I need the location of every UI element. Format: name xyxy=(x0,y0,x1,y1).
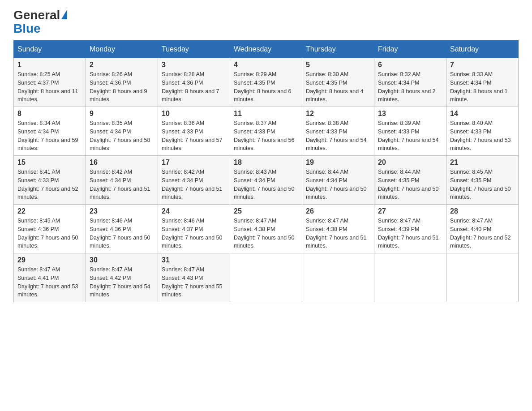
calendar-day-cell: 9 Sunrise: 8:35 AMSunset: 4:34 PMDayligh… xyxy=(86,107,158,156)
day-number: 1 xyxy=(17,61,82,69)
day-number: 21 xyxy=(450,158,515,167)
day-number: 12 xyxy=(306,110,370,118)
weekday-header-tuesday: Tuesday xyxy=(158,41,230,58)
day-info: Sunrise: 8:37 AMSunset: 4:33 PMDaylight:… xyxy=(234,120,295,151)
calendar-day-cell: 4 Sunrise: 8:29 AMSunset: 4:35 PMDayligh… xyxy=(230,58,302,107)
calendar-day-cell: 18 Sunrise: 8:43 AMSunset: 4:34 PMDaylig… xyxy=(230,156,302,205)
day-info: Sunrise: 8:36 AMSunset: 4:33 PMDaylight:… xyxy=(162,120,223,151)
calendar-day-cell: 11 Sunrise: 8:37 AMSunset: 4:33 PMDaylig… xyxy=(230,107,302,156)
day-info: Sunrise: 8:47 AMSunset: 4:43 PMDaylight:… xyxy=(162,266,223,298)
calendar-week-row: 1 Sunrise: 8:25 AMSunset: 4:37 PMDayligh… xyxy=(14,58,519,107)
day-number: 16 xyxy=(90,158,154,167)
calendar-day-cell xyxy=(302,253,374,302)
calendar-table: SundayMondayTuesdayWednesdayThursdayFrid… xyxy=(13,40,519,302)
calendar-day-cell: 5 Sunrise: 8:30 AMSunset: 4:35 PMDayligh… xyxy=(302,58,374,107)
day-number: 8 xyxy=(17,110,82,118)
calendar-day-cell: 7 Sunrise: 8:33 AMSunset: 4:34 PMDayligh… xyxy=(446,58,519,107)
day-info: Sunrise: 8:42 AMSunset: 4:34 PMDaylight:… xyxy=(90,169,150,200)
calendar-day-cell: 25 Sunrise: 8:47 AMSunset: 4:38 PMDaylig… xyxy=(230,205,302,253)
day-number: 6 xyxy=(378,61,442,69)
day-number: 20 xyxy=(378,158,442,167)
day-info: Sunrise: 8:47 AMSunset: 4:42 PMDaylight:… xyxy=(90,266,150,298)
calendar-day-cell: 30 Sunrise: 8:47 AMSunset: 4:42 PMDaylig… xyxy=(86,253,158,302)
weekday-header-wednesday: Wednesday xyxy=(230,41,302,58)
day-number: 15 xyxy=(17,158,82,167)
day-info: Sunrise: 8:39 AMSunset: 4:33 PMDaylight:… xyxy=(378,120,439,151)
calendar-day-cell: 3 Sunrise: 8:28 AMSunset: 4:36 PMDayligh… xyxy=(158,58,230,107)
logo-text-general: General xyxy=(13,9,60,21)
calendar-day-cell: 29 Sunrise: 8:47 AMSunset: 4:41 PMDaylig… xyxy=(14,253,86,302)
day-info: Sunrise: 8:47 AMSunset: 4:41 PMDaylight:… xyxy=(17,266,78,298)
calendar-week-row: 29 Sunrise: 8:47 AMSunset: 4:41 PMDaylig… xyxy=(14,253,519,302)
day-number: 10 xyxy=(162,110,226,118)
day-info: Sunrise: 8:47 AMSunset: 4:39 PMDaylight:… xyxy=(378,218,439,249)
calendar-day-cell: 14 Sunrise: 8:40 AMSunset: 4:33 PMDaylig… xyxy=(446,107,519,156)
day-info: Sunrise: 8:30 AMSunset: 4:35 PMDaylight:… xyxy=(306,71,364,103)
calendar-day-cell: 23 Sunrise: 8:46 AMSunset: 4:36 PMDaylig… xyxy=(86,205,158,253)
calendar-week-row: 22 Sunrise: 8:45 AMSunset: 4:36 PMDaylig… xyxy=(14,205,519,253)
weekday-header-sunday: Sunday xyxy=(14,41,86,58)
day-number: 29 xyxy=(17,256,82,264)
calendar-day-cell: 17 Sunrise: 8:42 AMSunset: 4:34 PMDaylig… xyxy=(158,156,230,205)
calendar-day-cell: 12 Sunrise: 8:38 AMSunset: 4:33 PMDaylig… xyxy=(302,107,374,156)
day-number: 11 xyxy=(234,110,298,118)
day-number: 5 xyxy=(306,61,370,69)
day-number: 2 xyxy=(90,61,154,69)
day-number: 31 xyxy=(162,256,226,264)
day-info: Sunrise: 8:41 AMSunset: 4:33 PMDaylight:… xyxy=(17,169,78,200)
day-info: Sunrise: 8:34 AMSunset: 4:34 PMDaylight:… xyxy=(17,120,78,151)
calendar-day-cell: 1 Sunrise: 8:25 AMSunset: 4:37 PMDayligh… xyxy=(14,58,86,107)
day-number: 19 xyxy=(306,158,370,167)
calendar-day-cell: 27 Sunrise: 8:47 AMSunset: 4:39 PMDaylig… xyxy=(374,205,446,253)
calendar-day-cell: 28 Sunrise: 8:47 AMSunset: 4:40 PMDaylig… xyxy=(446,205,519,253)
weekday-header-thursday: Thursday xyxy=(302,41,374,58)
page-header: General Blue xyxy=(13,9,519,36)
weekday-header-friday: Friday xyxy=(374,41,446,58)
day-number: 28 xyxy=(450,207,515,215)
day-info: Sunrise: 8:44 AMSunset: 4:34 PMDaylight:… xyxy=(306,169,367,200)
day-number: 23 xyxy=(90,207,154,215)
calendar-day-cell: 22 Sunrise: 8:45 AMSunset: 4:36 PMDaylig… xyxy=(14,205,86,253)
day-info: Sunrise: 8:45 AMSunset: 4:35 PMDaylight:… xyxy=(450,169,511,200)
calendar-day-cell: 2 Sunrise: 8:26 AMSunset: 4:36 PMDayligh… xyxy=(86,58,158,107)
calendar-day-cell xyxy=(230,253,302,302)
day-info: Sunrise: 8:35 AMSunset: 4:34 PMDaylight:… xyxy=(90,120,150,151)
day-info: Sunrise: 8:47 AMSunset: 4:38 PMDaylight:… xyxy=(234,218,295,249)
calendar-day-cell: 26 Sunrise: 8:47 AMSunset: 4:38 PMDaylig… xyxy=(302,205,374,253)
calendar-day-cell: 20 Sunrise: 8:44 AMSunset: 4:35 PMDaylig… xyxy=(374,156,446,205)
calendar-day-cell xyxy=(446,253,519,302)
day-info: Sunrise: 8:28 AMSunset: 4:36 PMDaylight:… xyxy=(162,71,219,103)
day-number: 13 xyxy=(378,110,442,118)
day-info: Sunrise: 8:45 AMSunset: 4:36 PMDaylight:… xyxy=(17,218,78,249)
weekday-header-row: SundayMondayTuesdayWednesdayThursdayFrid… xyxy=(14,41,519,58)
calendar-day-cell: 19 Sunrise: 8:44 AMSunset: 4:34 PMDaylig… xyxy=(302,156,374,205)
calendar-week-row: 15 Sunrise: 8:41 AMSunset: 4:33 PMDaylig… xyxy=(14,156,519,205)
calendar-day-cell: 8 Sunrise: 8:34 AMSunset: 4:34 PMDayligh… xyxy=(14,107,86,156)
day-info: Sunrise: 8:44 AMSunset: 4:35 PMDaylight:… xyxy=(378,169,439,200)
day-info: Sunrise: 8:29 AMSunset: 4:35 PMDaylight:… xyxy=(234,71,292,103)
day-number: 7 xyxy=(450,61,515,69)
calendar-day-cell: 16 Sunrise: 8:42 AMSunset: 4:34 PMDaylig… xyxy=(86,156,158,205)
day-info: Sunrise: 8:25 AMSunset: 4:37 PMDaylight:… xyxy=(17,71,78,103)
calendar-week-row: 8 Sunrise: 8:34 AMSunset: 4:34 PMDayligh… xyxy=(14,107,519,156)
calendar-day-cell: 21 Sunrise: 8:45 AMSunset: 4:35 PMDaylig… xyxy=(446,156,519,205)
day-number: 3 xyxy=(162,61,226,69)
day-info: Sunrise: 8:38 AMSunset: 4:33 PMDaylight:… xyxy=(306,120,367,151)
day-number: 30 xyxy=(90,256,154,264)
day-info: Sunrise: 8:43 AMSunset: 4:34 PMDaylight:… xyxy=(234,169,295,200)
day-number: 9 xyxy=(90,110,154,118)
weekday-header-monday: Monday xyxy=(86,41,158,58)
day-info: Sunrise: 8:42 AMSunset: 4:34 PMDaylight:… xyxy=(162,169,223,200)
calendar-day-cell: 13 Sunrise: 8:39 AMSunset: 4:33 PMDaylig… xyxy=(374,107,446,156)
day-info: Sunrise: 8:46 AMSunset: 4:37 PMDaylight:… xyxy=(162,218,223,249)
calendar-day-cell xyxy=(374,253,446,302)
calendar-day-cell: 10 Sunrise: 8:36 AMSunset: 4:33 PMDaylig… xyxy=(158,107,230,156)
day-number: 17 xyxy=(162,158,226,167)
day-info: Sunrise: 8:26 AMSunset: 4:36 PMDaylight:… xyxy=(90,71,147,103)
day-info: Sunrise: 8:46 AMSunset: 4:36 PMDaylight:… xyxy=(90,218,150,249)
day-number: 26 xyxy=(306,207,370,215)
day-number: 24 xyxy=(162,207,226,215)
day-info: Sunrise: 8:32 AMSunset: 4:34 PMDaylight:… xyxy=(378,71,436,103)
day-number: 22 xyxy=(17,207,82,215)
day-number: 18 xyxy=(234,158,298,167)
